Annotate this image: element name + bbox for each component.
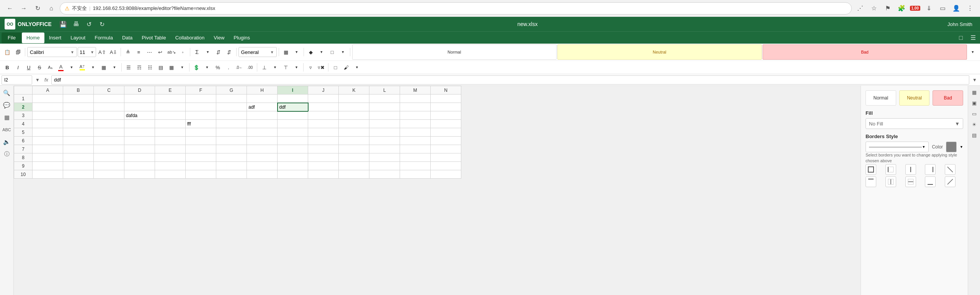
bookmark-button[interactable]: ☆ — [869, 3, 879, 14]
chart-settings-icon[interactable]: ▤ — [969, 130, 979, 140]
cell-I4[interactable] — [278, 120, 308, 128]
cell-L3[interactable] — [369, 111, 400, 120]
cell-I9[interactable] — [278, 162, 308, 170]
justify-button[interactable]: ▤ — [156, 62, 166, 72]
cell-G3[interactable] — [216, 111, 247, 120]
col-header-G[interactable]: G — [216, 86, 247, 95]
cell-D5[interactable] — [124, 128, 155, 137]
sort-asc-button[interactable]: ⇵ — [214, 47, 224, 57]
style-card-bad[interactable]: Bad — [933, 90, 963, 106]
filter-button[interactable]: ▿ — [305, 62, 315, 72]
cell-A2[interactable] — [33, 103, 63, 111]
cell-C10[interactable] — [94, 170, 124, 179]
increase-decimal-button[interactable]: .00 — [245, 62, 255, 72]
cell-H1[interactable] — [247, 95, 278, 103]
cell-H3[interactable] — [247, 111, 278, 120]
sidebar-info-icon[interactable]: ⓘ — [1, 148, 13, 160]
cell-N3[interactable] — [431, 111, 461, 120]
cell-M2[interactable] — [400, 103, 431, 111]
grid-scroll[interactable]: A B C D E F G H I J K L M — [14, 86, 861, 295]
border-inner-v-btn[interactable] — [885, 176, 896, 187]
insert-col-dropdown[interactable]: ▼ — [270, 62, 280, 72]
cell-B10[interactable] — [63, 170, 94, 179]
border-color-arrow[interactable]: ▼ — [960, 145, 963, 149]
cell-H6[interactable] — [247, 137, 278, 145]
cell-J1[interactable] — [308, 95, 339, 103]
cell-C9[interactable] — [94, 162, 124, 170]
cell-L9[interactable] — [369, 162, 400, 170]
save-button[interactable]: 💾 — [58, 19, 69, 29]
sidebar-spellcheck-icon[interactable]: ABC — [1, 124, 13, 135]
cell-D6[interactable] — [124, 137, 155, 145]
cell-color-button[interactable]: □ — [327, 47, 337, 57]
cell-N5[interactable] — [431, 128, 461, 137]
sort-desc-button[interactable]: ⇵ — [224, 47, 234, 57]
border-right-btn[interactable] — [925, 164, 936, 175]
border-top-btn[interactable] — [866, 176, 876, 187]
cell-I5[interactable] — [278, 128, 308, 137]
cell-D7[interactable] — [124, 145, 155, 153]
row-header-1[interactable]: 1 — [14, 95, 33, 103]
currency-button[interactable]: 💲 — [191, 62, 201, 72]
cell-F10[interactable] — [186, 170, 216, 179]
cell-A3[interactable] — [33, 111, 63, 120]
cell-N7[interactable] — [431, 145, 461, 153]
merge-dropdown[interactable]: ▼ — [177, 62, 187, 72]
row-header-4[interactable]: 4 — [14, 120, 33, 128]
cell-C8[interactable] — [94, 153, 124, 162]
cast-button[interactable]: ▭ — [937, 3, 948, 14]
cell-B7[interactable] — [63, 145, 94, 153]
cell-K6[interactable] — [339, 137, 369, 145]
cell-M8[interactable] — [400, 153, 431, 162]
menu-item-data[interactable]: Data — [118, 33, 137, 43]
cell-L2[interactable] — [369, 103, 400, 111]
insert-table-button[interactable]: ▦ — [281, 47, 291, 57]
fill-dropdown[interactable]: No Fill ▼ — [866, 118, 963, 129]
menu-item-plugins[interactable]: Plugins — [229, 33, 255, 43]
cell-styles-more[interactable]: ▼ — [968, 47, 978, 57]
underline-button[interactable]: U — [24, 62, 34, 72]
cell-M9[interactable] — [400, 162, 431, 170]
cell-A6[interactable] — [33, 137, 63, 145]
strikethrough-button[interactable]: S — [34, 62, 44, 72]
cell-N6[interactable] — [431, 137, 461, 145]
cell-I10[interactable] — [278, 170, 308, 179]
menu-more-button[interactable]: ☰ — [968, 33, 978, 43]
highlight-button[interactable]: A⍑ — [77, 62, 87, 72]
cell-C3[interactable] — [94, 111, 124, 120]
cell-B2[interactable] — [63, 103, 94, 111]
cell-E7[interactable] — [155, 145, 186, 153]
col-header-B[interactable]: B — [63, 86, 94, 95]
sum-button[interactable]: Σ — [192, 47, 202, 57]
style-card-neutral[interactable]: Neutral — [899, 90, 930, 106]
back-button[interactable]: ← — [5, 3, 15, 14]
cell-L6[interactable] — [369, 137, 400, 145]
cell-I6[interactable] — [278, 137, 308, 145]
border-diag1-btn[interactable] — [945, 164, 956, 175]
borders-dropdown[interactable]: ▼ — [109, 62, 119, 72]
cell-I1[interactable] — [278, 95, 308, 103]
cell-L1[interactable] — [369, 95, 400, 103]
cell-E4[interactable] — [155, 120, 186, 128]
more-menu-button[interactable]: ⋮ — [965, 3, 975, 14]
paste-button[interactable]: 📋 — [2, 47, 12, 57]
cell-D10[interactable] — [124, 170, 155, 179]
menu-item-home[interactable]: Home — [22, 33, 44, 43]
menu-item-insert[interactable]: Insert — [44, 33, 66, 43]
col-header-A[interactable]: A — [33, 86, 63, 95]
cell-J2[interactable] — [308, 103, 339, 111]
cell-M3[interactable] — [400, 111, 431, 120]
cell-K5[interactable] — [339, 128, 369, 137]
cell-F6[interactable] — [186, 137, 216, 145]
cell-color-dropdown[interactable]: ▼ — [338, 47, 348, 57]
border-line-selector[interactable]: ▼ — [866, 142, 929, 152]
cell-C7[interactable] — [94, 145, 124, 153]
format-painter-button[interactable]: 🖌 — [341, 62, 351, 72]
font-color-dropdown[interactable]: ▼ — [67, 62, 77, 72]
row-header-6[interactable]: 6 — [14, 137, 33, 145]
cell-E6[interactable] — [155, 137, 186, 145]
col-header-C[interactable]: C — [94, 86, 124, 95]
decrease-decimal-button[interactable]: .0← — [234, 62, 244, 72]
delete-dropdown[interactable]: ▼ — [291, 62, 301, 72]
cell-K8[interactable] — [339, 153, 369, 162]
